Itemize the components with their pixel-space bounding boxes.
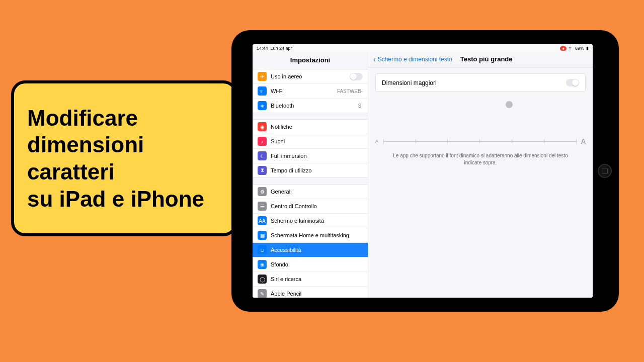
caption-text: Modificare dimensioni caratteri su iPad … (27, 105, 204, 213)
sidebar-item-label: Schermo e luminosità (271, 218, 324, 224)
sidebar-item-focus[interactable]: ☾ Full immersion (253, 149, 368, 163)
sidebar-item-label: Full immersion (271, 153, 307, 159)
sidebar-item-homescreen[interactable]: ▦ Schermata Home e multitasking (253, 228, 368, 243)
accessibility-icon: ☺ (258, 245, 267, 254)
sidebar-item-bluetooth[interactable]: ∗ Bluetooth Sì (253, 99, 368, 113)
status-right: ● ᯤ 69% ▮ (560, 46, 589, 51)
bluetooth-value: Sì (358, 103, 363, 109)
sidebar-item-label: Notifiche (271, 124, 292, 130)
split-view: Impostazioni ✈ Uso in aereo ᯤ Wi-Fi FAST… (253, 52, 593, 298)
sidebar-item-label: Schermata Home e multitasking (271, 232, 349, 238)
mute-icon: ● (560, 46, 567, 51)
sidebar-item-accessibility[interactable]: ☺ Accessibilità (253, 243, 368, 257)
sidebar-item-control-center[interactable]: ☰ Centro di Controllo (253, 199, 368, 214)
status-time: 14:44 Lun 24 apr (257, 46, 292, 51)
airplane-toggle[interactable] (350, 73, 363, 80)
screen: 14:44 Lun 24 apr ● ᯤ 69% ▮ Impostazioni … (253, 44, 593, 298)
text-size-icon: AA (258, 216, 267, 225)
larger-sizes-label: Dimensioni maggiori (382, 79, 437, 86)
sidebar-item-wifi[interactable]: ᯤ Wi-Fi FASTWEB- (253, 84, 368, 99)
larger-sizes-toggle[interactable] (566, 79, 579, 86)
moon-icon: ☾ (258, 151, 267, 160)
ipad-frame: 14:44 Lun 24 apr ● ᯤ 69% ▮ Impostazioni … (231, 30, 619, 312)
sidebar-item-label: Apple Pencil (271, 291, 301, 297)
pencil-icon: ✎ (258, 289, 267, 298)
battery-icon: ▮ (586, 46, 589, 51)
caption-card: Modificare dimensioni caratteri su iPad … (11, 80, 237, 236)
status-bar: 14:44 Lun 24 apr ● ᯤ 69% ▮ (253, 44, 593, 52)
sidebar-title: Impostazioni (253, 52, 368, 69)
control-center-icon: ☰ (258, 202, 267, 211)
wifi-value: FASTWEB- (337, 88, 363, 94)
sidebar-item-label: Suoni (271, 138, 285, 144)
status-date-value: Lun 24 apr (271, 46, 292, 51)
detail-pane: ‹ Schermo e dimensioni testo Testo più g… (368, 52, 593, 298)
bell-icon: ◉ (258, 122, 267, 131)
slider-track[interactable] (383, 141, 576, 142)
sidebar-item-label: Siri e ricerca (271, 276, 301, 282)
sidebar-item-label: Centro di Controllo (271, 203, 317, 209)
sidebar-item-sounds[interactable]: ♪ Suoni (253, 134, 368, 149)
back-label: Schermo e dimensioni testo (378, 56, 452, 63)
home-screen-icon: ▦ (258, 231, 267, 240)
text-size-slider[interactable]: A A (375, 137, 586, 145)
sidebar-item-apple-pencil[interactable]: ✎ Apple Pencil (253, 287, 368, 298)
airplane-icon: ✈ (258, 72, 267, 81)
sidebar-item-display[interactable]: AA Schermo e luminosità (253, 214, 368, 228)
slider-max-icon: A (581, 137, 586, 145)
sidebar-item-label: Tempo di utilizzo (271, 167, 311, 173)
status-time-value: 14:44 (257, 46, 268, 51)
sidebar-item-label: Sfondo (271, 261, 288, 267)
speaker-icon: ♪ (258, 137, 267, 146)
gear-icon: ⚙ (258, 187, 267, 196)
back-button[interactable]: ‹ Schermo e dimensioni testo (373, 56, 452, 63)
battery-percent: 69% (575, 46, 584, 51)
larger-sizes-row[interactable]: Dimensioni maggiori (375, 73, 586, 92)
hourglass-icon: ⧗ (258, 166, 267, 175)
wifi-icon: ᯤ (258, 86, 267, 96)
sidebar-item-airplane[interactable]: ✈ Uso in aereo (253, 69, 368, 84)
sidebar-item-label: Wi-Fi (271, 88, 284, 94)
sidebar-item-siri[interactable]: ◯ Siri e ricerca (253, 272, 368, 287)
home-button[interactable] (598, 164, 612, 178)
detail-title: Testo più grande (460, 55, 513, 63)
sidebar-item-label: Generali (271, 189, 292, 195)
detail-footer: Le app che supportano il font dinamico s… (375, 152, 586, 166)
siri-icon: ◯ (258, 275, 267, 284)
settings-sidebar: Impostazioni ✈ Uso in aereo ᯤ Wi-Fi FAST… (253, 52, 368, 298)
slider-min-icon: A (375, 139, 378, 144)
sidebar-item-notifications[interactable]: ◉ Notifiche (253, 120, 368, 134)
detail-body: Dimensioni maggiori A (368, 67, 593, 172)
sidebar-item-label: Bluetooth (271, 103, 294, 109)
sidebar-item-label: Uso in aereo (271, 73, 302, 79)
chevron-left-icon: ‹ (373, 56, 376, 63)
sidebar-item-screentime[interactable]: ⧗ Tempo di utilizzo (253, 163, 368, 177)
sidebar-item-general[interactable]: ⚙ Generali (253, 185, 368, 199)
bluetooth-icon: ∗ (258, 101, 267, 110)
wallpaper-icon: ❀ (258, 260, 267, 269)
sidebar-group-general: ⚙ Generali ☰ Centro di Controllo AA Sche… (253, 184, 368, 298)
sidebar-item-label: Accessibilità (271, 247, 301, 253)
slider-knob[interactable] (506, 101, 513, 108)
sidebar-item-wallpaper[interactable]: ❀ Sfondo (253, 257, 368, 272)
detail-nav: ‹ Schermo e dimensioni testo Testo più g… (368, 52, 593, 67)
sidebar-group-alerts: ◉ Notifiche ♪ Suoni ☾ Full immersion ⧗ T… (253, 119, 368, 178)
wifi-status-icon: ᯤ (569, 46, 573, 51)
sidebar-group-connectivity: ✈ Uso in aereo ᯤ Wi-Fi FASTWEB- ∗ Blueto… (253, 69, 368, 113)
